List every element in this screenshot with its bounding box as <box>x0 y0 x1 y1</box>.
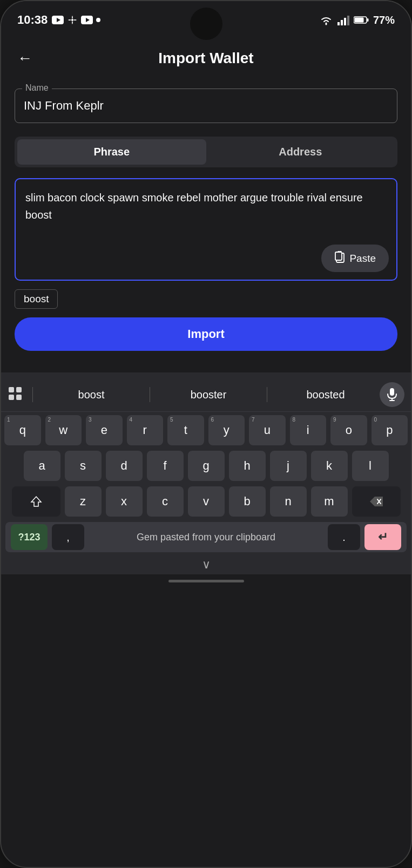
clipboard-text: Gem pasted from your clipboard <box>84 532 328 543</box>
svg-point-2 <box>71 19 73 21</box>
svg-rect-7 <box>344 18 346 25</box>
enter-key[interactable]: ↵ <box>364 524 401 550</box>
key-d[interactable]: d <box>106 451 143 481</box>
key-z[interactable]: z <box>65 486 102 517</box>
status-dot <box>96 18 100 22</box>
camera-notch <box>190 8 222 40</box>
key-s[interactable]: s <box>65 451 102 481</box>
svg-rect-5 <box>337 22 340 25</box>
clipboard-bar: ?123 , Gem pasted from your clipboard . … <box>5 522 407 552</box>
period-label: . <box>342 531 346 544</box>
status-left: 10:38 <box>17 13 100 27</box>
mic-button[interactable] <box>380 382 404 407</box>
keyboard-row-1: 1q 2w 3e 4r 5t 6y 7u 8i 9o 0p <box>1 415 411 445</box>
numbers-key[interactable]: ?123 <box>11 524 48 550</box>
svg-rect-14 <box>9 387 14 392</box>
youtube-music-icon <box>81 16 93 24</box>
key-g[interactable]: g <box>188 451 225 481</box>
key-r[interactable]: 4r <box>127 415 164 445</box>
tab-phrase[interactable]: Phrase <box>17 139 206 165</box>
key-c[interactable]: c <box>147 486 184 517</box>
page-title: Import Wallet <box>158 50 253 67</box>
bottom-bar <box>1 574 411 593</box>
fan-icon <box>67 15 78 25</box>
key-n[interactable]: n <box>270 486 307 517</box>
key-u[interactable]: 7u <box>249 415 286 445</box>
svg-marker-21 <box>31 497 41 506</box>
suggestions-bar: boost booster boosted <box>1 378 411 412</box>
suggestion-divider-2 <box>150 387 150 402</box>
phrase-input[interactable]: slim bacon clock spawn smoke rebel mothe… <box>25 189 387 243</box>
battery-percentage: 77% <box>373 14 395 26</box>
name-input[interactable] <box>15 89 397 123</box>
keyboard-hide-button[interactable]: ∨ <box>1 553 411 572</box>
comma-label: , <box>66 531 70 544</box>
shift-key[interactable] <box>12 486 60 517</box>
key-o[interactable]: 9o <box>330 415 367 445</box>
signal-icon <box>337 15 349 25</box>
key-h[interactable]: h <box>229 451 266 481</box>
svg-rect-6 <box>341 20 343 25</box>
name-field-container: Name <box>15 89 397 123</box>
svg-rect-13 <box>335 252 342 260</box>
clipboard-icon <box>334 251 345 266</box>
back-button[interactable]: ← <box>15 47 35 70</box>
key-t[interactable]: 5t <box>167 415 204 445</box>
home-indicator <box>168 580 244 582</box>
svg-rect-10 <box>367 18 368 22</box>
battery-icon <box>354 16 369 24</box>
comma-key[interactable]: , <box>52 524 84 550</box>
phrase-container: slim bacon clock spawn smoke rebel mothe… <box>15 178 397 281</box>
key-w[interactable]: 2w <box>45 415 82 445</box>
header: ← Import Wallet <box>15 44 397 72</box>
suggestion-boosted[interactable]: boosted <box>277 386 374 403</box>
suggestion-booster[interactable]: booster <box>160 386 257 403</box>
name-label: Name <box>22 83 52 93</box>
svg-rect-8 <box>347 16 349 25</box>
svg-rect-18 <box>390 388 394 396</box>
import-button[interactable]: Import <box>15 317 397 351</box>
suggestion-divider-3 <box>267 387 267 402</box>
key-e[interactable]: 3e <box>86 415 123 445</box>
key-k[interactable]: k <box>311 451 348 481</box>
status-time: 10:38 <box>17 13 48 27</box>
youtube-icon <box>52 16 64 24</box>
paste-label: Paste <box>349 253 376 265</box>
keyboard-row-3: z x c v b n m <box>1 486 411 517</box>
key-v[interactable]: v <box>188 486 225 517</box>
keyboard-row-2: a s d f g h j k l <box>1 451 411 481</box>
backspace-key[interactable] <box>352 486 401 517</box>
status-right: 77% <box>319 14 395 26</box>
suggestion-boost[interactable]: boost <box>43 386 140 403</box>
key-x[interactable]: x <box>106 486 143 517</box>
paste-button[interactable]: Paste <box>321 245 389 272</box>
tab-address[interactable]: Address <box>206 139 395 165</box>
svg-rect-17 <box>16 395 22 400</box>
keyboard-area: boost booster boosted 1q 2w 3e 4r 5t 6y <box>1 372 411 574</box>
wifi-icon <box>319 15 333 25</box>
key-p[interactable]: 0p <box>372 415 408 445</box>
key-y[interactable]: 6y <box>208 415 245 445</box>
key-a[interactable]: a <box>24 451 60 481</box>
app-content: ← Import Wallet Name Phrase Address slim… <box>1 33 411 372</box>
word-suggestion[interactable]: boost <box>15 289 58 309</box>
key-f[interactable]: f <box>147 451 184 481</box>
enter-icon: ↵ <box>378 530 388 544</box>
tab-switcher: Phrase Address <box>15 137 397 167</box>
key-b[interactable]: b <box>229 486 266 517</box>
svg-rect-16 <box>9 395 14 400</box>
key-l[interactable]: l <box>352 451 389 481</box>
key-q[interactable]: 1q <box>4 415 41 445</box>
suggestion-divider-1 <box>32 387 33 402</box>
svg-rect-15 <box>16 387 22 392</box>
key-i[interactable]: 8i <box>290 415 327 445</box>
period-key[interactable]: . <box>328 524 360 550</box>
status-icons-left <box>52 15 100 25</box>
key-m[interactable]: m <box>311 486 348 517</box>
numbers-label: ?123 <box>18 532 40 543</box>
phone-frame: 10:38 <box>0 0 412 868</box>
key-j[interactable]: j <box>270 451 307 481</box>
svg-rect-11 <box>354 18 363 23</box>
keyboard-grid-icon[interactable] <box>8 386 23 403</box>
